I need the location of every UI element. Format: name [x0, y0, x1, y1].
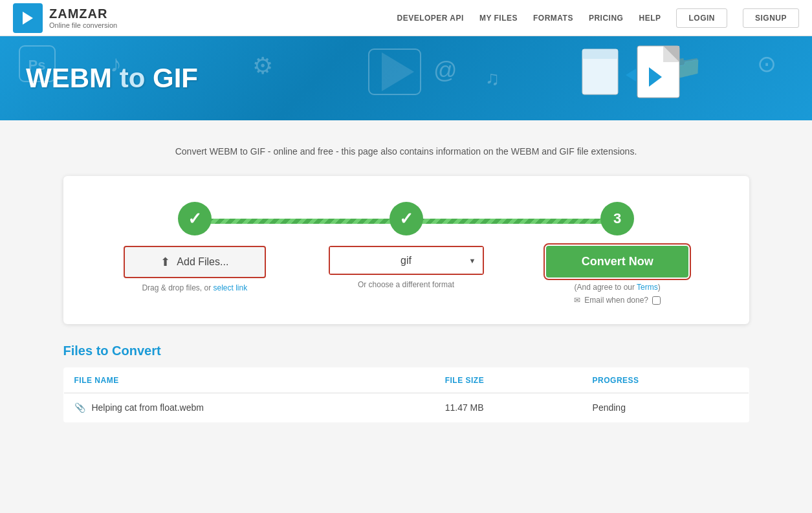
step-2-content: gif mp4 avi mov webm png jpg Or choose a… [300, 246, 512, 289]
hero-banner: Ps ♪ ⚙ @ ♫ 📁 ⊙ WEBM to GIF [0, 36, 812, 120]
step-1-line [195, 219, 406, 224]
terms-link[interactable]: Terms [637, 283, 658, 292]
upload-icon: ⬆ [160, 255, 170, 269]
logo-text: ZAMZAR Online file conversion [49, 6, 117, 29]
nav-formats[interactable]: FORMATS [533, 14, 573, 23]
files-table-header-row: FILE NAME FILE SIZE PROGRESS [63, 368, 749, 393]
add-files-label: Add Files... [177, 256, 228, 268]
login-button[interactable]: LOGIN [676, 8, 727, 28]
logo-name: ZAMZAR [49, 6, 117, 21]
steps-row: ⬆ Add Files... Drag & drop files, or sel… [89, 202, 723, 305]
files-title-start: Files to [63, 344, 113, 358]
col-filesize: FILE SIZE [435, 368, 582, 393]
file-size-cell: 11.47 MB [435, 393, 582, 422]
file-name-cell: 📎 Helping cat from float.webm [63, 393, 435, 422]
hero-title-to: to [112, 63, 153, 93]
page-subtitle: Convert WEBM to GIF - online and free - … [63, 146, 749, 157]
step-1-content: ⬆ Add Files... Drag & drop files, or sel… [89, 246, 301, 292]
step-1-circle [178, 202, 212, 235]
logo[interactable]: ZAMZAR Online file conversion [13, 3, 117, 33]
email-label: Email when done? [584, 296, 648, 305]
col-filename: FILE NAME [63, 368, 435, 393]
svg-text:@: @ [433, 57, 457, 83]
file-name: Helping cat from float.webm [91, 402, 204, 413]
hero-title: WEBM to GIF [26, 63, 198, 94]
nav-pricing[interactable]: PRICING [589, 14, 624, 23]
logo-icon [13, 3, 43, 33]
svg-rect-12 [582, 49, 618, 59]
svg-text:⚙: ⚙ [252, 52, 273, 79]
add-files-button[interactable]: ⬆ Add Files... [124, 246, 266, 278]
header-nav: DEVELOPER API MY FILES FORMATS PRICING H… [397, 8, 799, 28]
step-1: ⬆ Add Files... Drag & drop files, or sel… [89, 202, 301, 292]
step-2-line [406, 219, 618, 224]
hero-title-from: WEBM [26, 63, 112, 93]
files-title: Files to Convert [63, 344, 749, 358]
step-2: gif mp4 avi mov webm png jpg Or choose a… [300, 202, 512, 289]
main-content: Convert WEBM to GIF - online and free - … [50, 120, 762, 435]
step-3: 3 Convert Now (And agree to our Terms) ✉… [512, 202, 723, 305]
email-icon: ✉ [574, 296, 580, 305]
format-select[interactable]: gif mp4 avi mov webm png jpg [330, 247, 483, 274]
files-section: Files to Convert FILE NAME FILE SIZE PRO… [63, 344, 749, 422]
email-checkbox[interactable] [652, 296, 661, 305]
select-link[interactable]: select link [214, 283, 248, 292]
drag-drop-text: Drag & drop files, or select link [142, 283, 247, 292]
signup-button[interactable]: SIGNUP [743, 8, 799, 28]
svg-marker-0 [23, 12, 33, 25]
converter-card: ⬆ Add Files... Drag & drop files, or sel… [63, 176, 749, 324]
table-row: 📎 Helping cat from float.webm 11.47 MB P… [63, 393, 749, 422]
convert-now-button[interactable]: Convert Now [546, 246, 688, 278]
logo-subtitle: Online file conversion [49, 21, 117, 29]
hero-file-icon [579, 43, 683, 116]
file-status-cell: Pending [582, 393, 749, 422]
nav-help[interactable]: HELP [639, 14, 661, 23]
svg-text:♫: ♫ [485, 67, 500, 89]
attachment-icon: 📎 [74, 402, 85, 413]
svg-text:⊙: ⊙ [757, 50, 776, 77]
files-title-highlight: Convert [112, 344, 161, 358]
step-2-checkmark [399, 209, 413, 229]
svg-marker-13 [626, 69, 636, 82]
email-row: ✉ Email when done? [574, 296, 661, 305]
nav-my-files[interactable]: MY FILES [479, 14, 518, 23]
hero-title-target: GIF [153, 63, 198, 93]
format-select-wrapper[interactable]: gif mp4 avi mov webm png jpg [329, 246, 484, 275]
nav-developer-api[interactable]: DEVELOPER API [397, 14, 463, 23]
col-progress: PROGRESS [582, 368, 749, 393]
header: ZAMZAR Online file conversion DEVELOPER … [0, 0, 812, 36]
step-3-circle: 3 [600, 202, 634, 235]
step-3-content: Convert Now (And agree to our Terms) ✉ E… [512, 246, 723, 305]
svg-marker-5 [382, 52, 414, 91]
agree-text: (And agree to our Terms) [575, 283, 661, 292]
format-sub-text: Or choose a different format [358, 280, 454, 289]
files-table: FILE NAME FILE SIZE PROGRESS 📎 Helping c… [63, 367, 749, 422]
step-1-checkmark [188, 209, 202, 229]
step-2-circle [390, 202, 423, 235]
